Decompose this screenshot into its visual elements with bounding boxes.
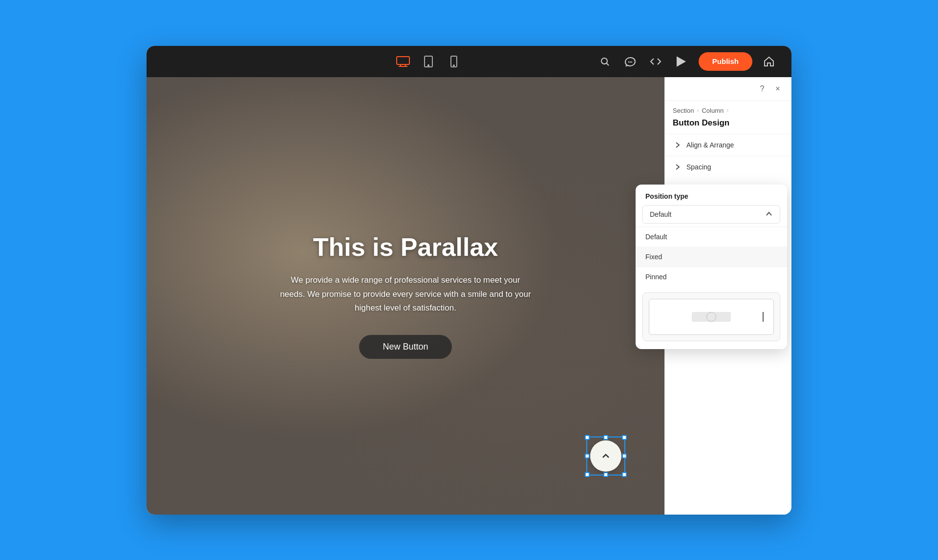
toolbar: Publish [147,46,791,77]
panel-header: ? × [665,77,791,101]
desktop-device-icon[interactable] [396,56,410,67]
spacing-label: Spacing [686,163,711,171]
svg-point-11 [630,61,631,62]
dropdown-option-pinned[interactable]: Pinned [636,267,787,287]
position-type-dropdown[interactable]: Default [642,205,780,224]
parallax-subtitle: We provide a wide range of professional … [278,273,533,316]
scroll-up-button[interactable] [590,440,621,472]
right-panel: ? × Section › Column › Button Design Ali… [664,77,791,515]
tablet-device-icon[interactable] [422,56,435,67]
new-button-widget[interactable]: New Button [359,335,451,359]
resize-handle-tr[interactable] [622,435,627,440]
breadcrumb-column[interactable]: Column [702,107,724,114]
preview-element-bar [692,312,731,322]
search-icon[interactable] [597,54,613,69]
svg-point-12 [631,61,632,62]
publish-button[interactable]: Publish [699,52,752,71]
dropdown-option-default[interactable]: Default [636,227,787,247]
code-view-icon[interactable] [648,54,663,69]
home-icon[interactable] [762,55,776,68]
chevron-right-icon-spacing [673,162,682,172]
breadcrumb: Section › Column › [665,101,791,116]
dropdown-selected-value: Default [650,210,671,218]
resize-handle-bm[interactable] [603,472,608,477]
preview-cursor [763,312,764,322]
position-preview-box [642,292,780,341]
selected-widget-container [586,436,625,476]
breadcrumb-sep-2: › [726,107,728,114]
breadcrumb-section[interactable]: Section [673,107,694,114]
dropdown-menu: Default Fixed Pinned [636,227,787,287]
svg-point-7 [453,65,454,66]
resize-handle-tl[interactable] [585,435,590,440]
panel-title: Button Design [665,116,791,134]
svg-point-5 [428,64,429,65]
parallax-title: This is Parallax [313,232,498,262]
chevron-right-icon-align [673,140,682,150]
dropdown-option-fixed[interactable]: Fixed [636,247,787,267]
resize-handle-ml[interactable] [585,454,590,458]
toolbar-actions: Publish [597,52,776,71]
svg-rect-0 [397,57,409,64]
floating-position-panel: Position type Default Default Fixed Pinn… [636,185,787,349]
preview-dot [706,312,716,322]
breadcrumb-sep-1: › [697,107,699,114]
resize-handle-br[interactable] [622,472,627,477]
preview-inner-box [649,299,774,335]
svg-point-10 [628,61,629,62]
resize-handle-bl[interactable] [585,472,590,477]
align-arrange-section[interactable]: Align & Arrange [665,134,791,156]
help-icon[interactable]: ? [756,83,768,95]
main-area: This is Parallax We provide a wide range… [147,77,791,515]
app-container: Publish This is Parallax We provide a wi… [147,46,791,515]
chat-icon[interactable] [622,54,638,69]
position-type-label: Position type [636,185,787,205]
resize-handle-mr[interactable] [622,454,627,458]
svg-point-8 [601,58,607,64]
resize-handle-tm[interactable] [603,435,608,440]
close-panel-icon[interactable]: × [772,83,784,95]
play-icon[interactable] [673,54,689,69]
spacing-section[interactable]: Spacing [665,156,791,178]
canvas-area: This is Parallax We provide a wide range… [147,77,664,515]
svg-marker-13 [677,57,685,66]
svg-line-9 [606,63,609,65]
device-switcher [396,56,461,67]
mobile-device-icon[interactable] [447,56,461,67]
align-arrange-label: Align & Arrange [686,141,734,149]
